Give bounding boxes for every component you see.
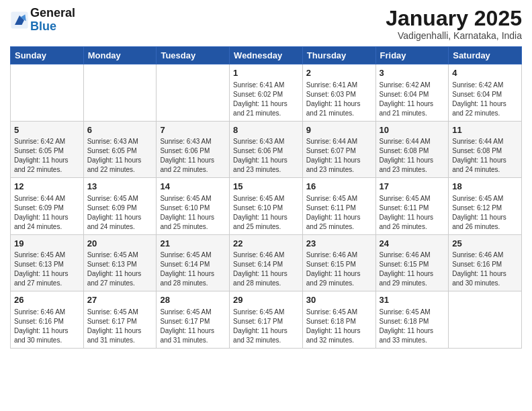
day-number: 24 (380, 238, 445, 250)
day-number: 7 (160, 124, 226, 136)
calendar-cell: 10Sunrise: 6:44 AM Sunset: 6:08 PM Dayli… (375, 121, 449, 178)
day-info: Sunrise: 6:46 AM Sunset: 6:16 PM Dayligh… (14, 308, 80, 345)
day-info: Sunrise: 6:43 AM Sunset: 6:06 PM Dayligh… (233, 137, 299, 175)
day-info: Sunrise: 6:44 AM Sunset: 6:08 PM Dayligh… (380, 137, 445, 175)
logo: General Blue (10, 7, 75, 34)
day-number: 15 (233, 181, 299, 193)
logo-text: General Blue (30, 7, 75, 34)
calendar-cell: 31Sunrise: 6:45 AM Sunset: 6:18 PM Dayli… (375, 291, 449, 349)
day-number: 1 (233, 67, 299, 79)
calendar-cell: 11Sunrise: 6:44 AM Sunset: 6:08 PM Dayli… (449, 121, 522, 178)
day-info: Sunrise: 6:41 AM Sunset: 6:02 PM Dayligh… (233, 81, 299, 118)
calendar-cell: 12Sunrise: 6:44 AM Sunset: 6:09 PM Dayli… (11, 178, 84, 235)
calendar-cell: 23Sunrise: 6:46 AM Sunset: 6:15 PM Dayli… (302, 234, 375, 291)
day-number: 16 (306, 181, 372, 193)
calendar-cell: 20Sunrise: 6:45 AM Sunset: 6:13 PM Dayli… (83, 234, 157, 291)
calendar-cell: 18Sunrise: 6:45 AM Sunset: 6:12 PM Dayli… (449, 178, 522, 235)
day-number: 8 (233, 124, 299, 136)
calendar-cell: 13Sunrise: 6:45 AM Sunset: 6:09 PM Dayli… (83, 178, 157, 235)
calendar-week-row: 19Sunrise: 6:45 AM Sunset: 6:13 PM Dayli… (11, 234, 522, 291)
calendar-cell: 21Sunrise: 6:45 AM Sunset: 6:14 PM Dayli… (157, 234, 230, 291)
day-number: 30 (306, 294, 372, 306)
calendar-cell: 6Sunrise: 6:43 AM Sunset: 6:05 PM Daylig… (83, 121, 157, 178)
calendar-table: Sunday Monday Tuesday Wednesday Thursday… (10, 46, 522, 349)
calendar-week-row: 5Sunrise: 6:42 AM Sunset: 6:05 PM Daylig… (11, 121, 522, 178)
day-number: 31 (380, 294, 445, 306)
calendar-cell: 15Sunrise: 6:45 AM Sunset: 6:10 PM Dayli… (230, 178, 303, 235)
day-info: Sunrise: 6:42 AM Sunset: 6:04 PM Dayligh… (452, 81, 518, 118)
day-number: 6 (87, 124, 153, 136)
calendar-cell: 3Sunrise: 6:42 AM Sunset: 6:04 PM Daylig… (375, 64, 449, 122)
day-info: Sunrise: 6:45 AM Sunset: 6:14 PM Dayligh… (160, 250, 226, 288)
day-info: Sunrise: 6:44 AM Sunset: 6:08 PM Dayligh… (452, 137, 518, 175)
calendar-cell: 22Sunrise: 6:46 AM Sunset: 6:14 PM Dayli… (230, 234, 303, 291)
day-info: Sunrise: 6:45 AM Sunset: 6:09 PM Dayligh… (87, 194, 153, 232)
month-title: January 2025 (386, 7, 522, 30)
col-tuesday: Tuesday (157, 47, 230, 64)
day-number: 10 (380, 124, 445, 136)
day-number: 20 (87, 238, 153, 250)
day-info: Sunrise: 6:42 AM Sunset: 6:04 PM Dayligh… (380, 81, 445, 118)
calendar-cell: 14Sunrise: 6:45 AM Sunset: 6:10 PM Dayli… (157, 178, 230, 235)
calendar-cell: 5Sunrise: 6:42 AM Sunset: 6:05 PM Daylig… (11, 121, 84, 178)
day-info: Sunrise: 6:45 AM Sunset: 6:17 PM Dayligh… (87, 308, 153, 345)
calendar-cell: 24Sunrise: 6:46 AM Sunset: 6:15 PM Dayli… (375, 234, 449, 291)
calendar-cell: 9Sunrise: 6:44 AM Sunset: 6:07 PM Daylig… (302, 121, 375, 178)
calendar-week-row: 26Sunrise: 6:46 AM Sunset: 6:16 PM Dayli… (11, 291, 522, 349)
day-info: Sunrise: 6:45 AM Sunset: 6:13 PM Dayligh… (14, 250, 80, 288)
header: General Blue January 2025 Vadigenhalli, … (10, 7, 522, 41)
day-info: Sunrise: 6:45 AM Sunset: 6:10 PM Dayligh… (160, 194, 226, 232)
day-info: Sunrise: 6:45 AM Sunset: 6:18 PM Dayligh… (380, 308, 445, 345)
subtitle: Vadigenhalli, Karnataka, India (386, 30, 522, 41)
day-info: Sunrise: 6:45 AM Sunset: 6:18 PM Dayligh… (306, 308, 372, 345)
day-number: 14 (160, 181, 226, 193)
day-info: Sunrise: 6:46 AM Sunset: 6:16 PM Dayligh… (452, 250, 518, 288)
calendar-cell: 17Sunrise: 6:45 AM Sunset: 6:11 PM Dayli… (375, 178, 449, 235)
calendar-cell (11, 64, 84, 122)
calendar-cell: 2Sunrise: 6:41 AM Sunset: 6:03 PM Daylig… (302, 64, 375, 122)
day-number: 19 (14, 238, 80, 250)
title-block: January 2025 Vadigenhalli, Karnataka, In… (386, 7, 522, 41)
day-number: 22 (233, 238, 299, 250)
day-info: Sunrise: 6:44 AM Sunset: 6:09 PM Dayligh… (14, 194, 80, 232)
day-info: Sunrise: 6:45 AM Sunset: 6:10 PM Dayligh… (233, 194, 299, 232)
calendar-cell: 16Sunrise: 6:45 AM Sunset: 6:11 PM Dayli… (302, 178, 375, 235)
calendar-cell (157, 64, 230, 122)
day-number: 9 (306, 124, 372, 136)
day-info: Sunrise: 6:41 AM Sunset: 6:03 PM Dayligh… (306, 81, 372, 118)
day-number: 3 (380, 67, 445, 79)
calendar-cell (83, 64, 157, 122)
calendar-week-row: 12Sunrise: 6:44 AM Sunset: 6:09 PM Dayli… (11, 178, 522, 235)
col-saturday: Saturday (449, 47, 522, 64)
calendar-cell: 26Sunrise: 6:46 AM Sunset: 6:16 PM Dayli… (11, 291, 84, 349)
col-sunday: Sunday (11, 47, 84, 64)
col-friday: Friday (375, 47, 449, 64)
col-thursday: Thursday (302, 47, 375, 64)
calendar-cell: 28Sunrise: 6:45 AM Sunset: 6:17 PM Dayli… (157, 291, 230, 349)
calendar-cell: 29Sunrise: 6:45 AM Sunset: 6:17 PM Dayli… (230, 291, 303, 349)
day-number: 11 (452, 124, 518, 136)
page: General Blue January 2025 Vadigenhalli, … (0, 0, 532, 411)
day-info: Sunrise: 6:45 AM Sunset: 6:11 PM Dayligh… (306, 194, 372, 232)
day-number: 27 (87, 294, 153, 306)
day-number: 12 (14, 181, 80, 193)
calendar-cell: 8Sunrise: 6:43 AM Sunset: 6:06 PM Daylig… (230, 121, 303, 178)
calendar-cell: 27Sunrise: 6:45 AM Sunset: 6:17 PM Dayli… (83, 291, 157, 349)
day-number: 4 (452, 67, 518, 79)
day-info: Sunrise: 6:45 AM Sunset: 6:12 PM Dayligh… (452, 194, 518, 232)
calendar-week-row: 1Sunrise: 6:41 AM Sunset: 6:02 PM Daylig… (11, 64, 522, 122)
day-info: Sunrise: 6:46 AM Sunset: 6:15 PM Dayligh… (380, 250, 445, 288)
logo-line2: Blue (30, 20, 75, 34)
day-number: 29 (233, 294, 299, 306)
day-info: Sunrise: 6:45 AM Sunset: 6:11 PM Dayligh… (380, 194, 445, 232)
day-number: 21 (160, 238, 226, 250)
day-info: Sunrise: 6:45 AM Sunset: 6:13 PM Dayligh… (87, 250, 153, 288)
day-info: Sunrise: 6:46 AM Sunset: 6:14 PM Dayligh… (233, 250, 299, 288)
day-number: 26 (14, 294, 80, 306)
day-number: 23 (306, 238, 372, 250)
day-number: 5 (14, 124, 80, 136)
day-number: 25 (452, 238, 518, 250)
day-info: Sunrise: 6:45 AM Sunset: 6:17 PM Dayligh… (233, 308, 299, 345)
day-info: Sunrise: 6:43 AM Sunset: 6:06 PM Dayligh… (160, 137, 226, 175)
logo-icon (10, 11, 29, 30)
